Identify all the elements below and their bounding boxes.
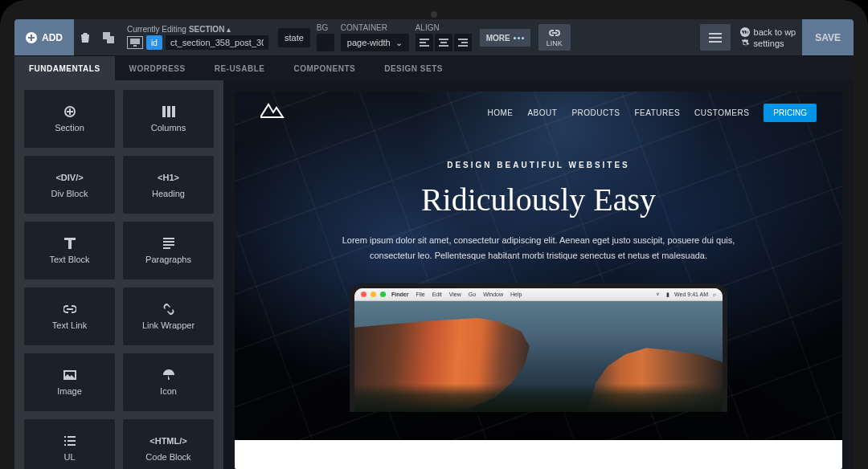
list-icon bbox=[64, 434, 76, 447]
align-right-icon bbox=[458, 39, 468, 47]
trash-icon bbox=[80, 32, 90, 43]
currently-label: Currently Editing bbox=[127, 25, 186, 34]
traffic-lights bbox=[361, 292, 386, 297]
tile-ul[interactable]: UL bbox=[24, 419, 115, 469]
tile-image[interactable]: Image bbox=[24, 353, 115, 411]
code-icon: <H1> bbox=[158, 173, 179, 182]
tile-heading[interactable]: <H1>Heading bbox=[123, 156, 214, 214]
mountain-logo-icon bbox=[260, 103, 289, 119]
desktop-view-button[interactable] bbox=[127, 36, 143, 49]
nav-customers[interactable]: CUSTOMERS bbox=[694, 108, 749, 117]
tile-label: Image bbox=[57, 386, 82, 396]
tab-wordpress[interactable]: WORDPRESS bbox=[115, 56, 200, 80]
selector-input[interactable] bbox=[166, 35, 268, 50]
minimize-dot-icon bbox=[371, 292, 376, 297]
tile-icon[interactable]: Icon bbox=[123, 353, 214, 411]
finder-file: File bbox=[416, 292, 424, 297]
tile-div-block[interactable]: <DIV/>Div Block bbox=[24, 156, 115, 214]
align-label: ALIGN bbox=[416, 23, 440, 32]
tile-label: Code Block bbox=[145, 452, 190, 462]
caret-up-icon: ▴ bbox=[227, 25, 231, 34]
save-button[interactable]: SAVE bbox=[802, 19, 854, 55]
code-icon: <DIV/> bbox=[55, 173, 83, 182]
nav-home[interactable]: HOME bbox=[487, 108, 513, 117]
bg-label: BG bbox=[317, 23, 328, 32]
tab-re-usable[interactable]: RE-USABLE bbox=[200, 56, 280, 80]
finder-go: Go bbox=[469, 292, 476, 297]
close-dot-icon bbox=[361, 292, 366, 297]
finder-finder: Finder bbox=[391, 292, 408, 297]
add-button[interactable]: ADD bbox=[14, 19, 74, 55]
text-icon bbox=[64, 237, 76, 250]
tile-text-link[interactable]: Text Link bbox=[24, 288, 115, 345]
finder-help: Help bbox=[510, 292, 522, 297]
nav-about[interactable]: ABOUT bbox=[527, 108, 557, 117]
tile-label: Div Block bbox=[51, 189, 88, 198]
nav-products[interactable]: PRODUCTS bbox=[571, 108, 620, 117]
id-icon: id bbox=[151, 39, 158, 47]
finder-edit: Edit bbox=[432, 292, 442, 297]
paragraph-icon bbox=[163, 237, 174, 250]
elements-sidebar: SectionColumns<DIV/>Div Block<H1>Heading… bbox=[14, 80, 223, 469]
container-select[interactable]: page-width ⌄ bbox=[341, 34, 409, 51]
tile-columns[interactable]: Columns bbox=[123, 90, 214, 148]
link-wrap-icon bbox=[163, 303, 174, 316]
plus-circle-icon bbox=[64, 105, 76, 118]
search-icon: ⌕ bbox=[713, 292, 716, 297]
nav-features[interactable]: FEATURES bbox=[635, 108, 681, 117]
tab-design-sets[interactable]: DESIGN SETS bbox=[370, 56, 457, 80]
battery-icon: ▮ bbox=[666, 292, 669, 298]
device-menubar: FinderFileEditViewGoWindowHelp ᯤ ▮ Wed 9… bbox=[354, 288, 723, 301]
device-time: Wed 9:41 AM bbox=[674, 292, 708, 297]
topbar: ADD Currently Editing SECTION ▴ id bbox=[14, 19, 854, 56]
tile-section[interactable]: Section bbox=[24, 90, 115, 148]
hero-eyebrow: DESIGN BEAUTIFUL WEBSITES bbox=[283, 161, 794, 169]
tab-components[interactable]: COMPONENTS bbox=[280, 56, 371, 80]
preview-frame[interactable]: HOMEABOUTPRODUCTSFEATURESCUSTOMERSPRICIN… bbox=[235, 92, 842, 469]
pricing-button[interactable]: PRICING bbox=[764, 104, 817, 122]
container-label: CONTAINER bbox=[341, 23, 387, 32]
tile-label: Columns bbox=[151, 123, 186, 133]
site-logo[interactable] bbox=[260, 103, 289, 122]
tile-text-block[interactable]: Text Block bbox=[24, 222, 115, 279]
menu-button[interactable] bbox=[700, 24, 731, 51]
duplicate-button[interactable] bbox=[96, 19, 121, 55]
tab-fundamentals[interactable]: FUNDAMENTALS bbox=[14, 56, 115, 80]
align-center-button[interactable] bbox=[435, 34, 452, 51]
dots-icon bbox=[514, 37, 524, 39]
tile-link-wrapper[interactable]: Link Wrapper bbox=[123, 288, 214, 345]
tile-paragraphs[interactable]: Paragraphs bbox=[123, 222, 214, 279]
link-button[interactable]: LINK bbox=[538, 24, 571, 51]
state-button[interactable]: state bbox=[278, 28, 310, 47]
columns-icon bbox=[162, 105, 175, 118]
wifi-icon: ᯤ bbox=[656, 292, 661, 297]
tile-label: Link Wrapper bbox=[142, 320, 194, 330]
device-mockup: FinderFileEditViewGoWindowHelp ᯤ ▮ Wed 9… bbox=[350, 283, 727, 412]
plus-circle-icon bbox=[26, 32, 37, 43]
id-selector-button[interactable]: id bbox=[146, 35, 162, 50]
back-to-wp-link[interactable]: back to wp bbox=[740, 27, 796, 37]
more-button[interactable]: MORE bbox=[480, 29, 530, 47]
tabs-row: FUNDAMENTALSWORDPRESSRE-USABLECOMPONENTS… bbox=[14, 56, 854, 80]
align-left-icon bbox=[420, 39, 429, 47]
align-left-button[interactable] bbox=[416, 34, 433, 51]
wordpress-icon bbox=[740, 27, 750, 37]
tile-label: Text Link bbox=[52, 320, 87, 330]
currently-editing: Currently Editing SECTION ▴ id bbox=[121, 19, 275, 55]
device-wallpaper bbox=[354, 301, 723, 412]
align-right-button[interactable] bbox=[454, 34, 472, 51]
hero: DESIGN BEAUTIFUL WEBSITES Ridiculously E… bbox=[235, 133, 842, 263]
finder-window: Window bbox=[483, 292, 503, 297]
tile-code-block[interactable]: <HTML/>Code Block bbox=[123, 419, 214, 469]
delete-button[interactable] bbox=[74, 19, 96, 55]
tile-label: Section bbox=[55, 123, 84, 133]
settings-link[interactable]: settings bbox=[740, 39, 796, 48]
monitor-icon bbox=[130, 39, 140, 47]
align-center-icon bbox=[439, 39, 448, 47]
duplicate-icon bbox=[103, 32, 114, 43]
chevron-down-icon: ⌄ bbox=[395, 38, 403, 48]
add-label: ADD bbox=[42, 32, 63, 43]
tile-label: Icon bbox=[160, 386, 177, 396]
link-icon bbox=[549, 28, 560, 38]
bg-color-button[interactable] bbox=[317, 34, 334, 51]
